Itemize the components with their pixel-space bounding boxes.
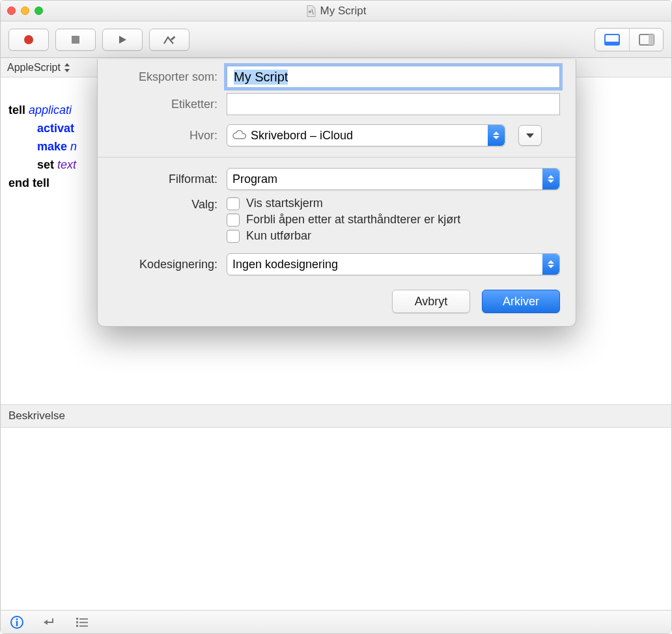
export-as-input[interactable] xyxy=(227,66,560,88)
titlebar: My Script xyxy=(1,1,671,21)
svg-rect-16 xyxy=(76,625,78,627)
bottom-bar xyxy=(1,610,671,633)
divider xyxy=(98,157,576,158)
toolbar xyxy=(1,21,671,58)
code-txt: n xyxy=(70,140,77,153)
run-only-label: Kun utførbar xyxy=(246,229,311,243)
export-as-label: Eksporter som: xyxy=(113,70,217,84)
window-title-area: My Script xyxy=(1,5,671,18)
updown-icon xyxy=(542,169,559,189)
compile-button[interactable] xyxy=(149,29,189,51)
cloud-icon xyxy=(232,130,247,141)
chevron-down-icon xyxy=(526,133,534,138)
stay-open-label: Forbli åpen etter at starthåndterer er k… xyxy=(246,213,460,227)
view-toggle-group xyxy=(595,28,664,51)
run-only-checkbox[interactable] xyxy=(227,230,240,243)
svg-rect-15 xyxy=(79,622,88,623)
svg-rect-14 xyxy=(76,621,78,623)
document-icon xyxy=(306,5,316,17)
svg-marker-3 xyxy=(119,36,126,44)
svg-marker-11 xyxy=(44,620,48,625)
fileformat-select[interactable]: Program xyxy=(227,168,560,190)
description-header: Beskrivelse xyxy=(1,404,671,428)
updown-icon xyxy=(542,254,559,275)
save-button[interactable]: Arkiver xyxy=(482,290,560,313)
cancel-button-label: Avbryt xyxy=(415,295,448,309)
where-label: Hvor: xyxy=(113,129,217,143)
description-body[interactable] xyxy=(1,428,671,610)
show-startup-checkbox[interactable] xyxy=(227,197,240,210)
svg-rect-12 xyxy=(76,618,78,620)
svg-rect-10 xyxy=(16,621,18,626)
show-startup-label: Vis startskjerm xyxy=(246,197,323,210)
where-disclosure-button[interactable] xyxy=(518,125,542,146)
svg-rect-2 xyxy=(72,36,79,44)
where-select[interactable]: Skrivebord – iCloud xyxy=(227,124,505,146)
codesign-label: Kodesignering: xyxy=(113,258,217,271)
code-cmd: activat xyxy=(37,122,74,135)
code-cmd: make xyxy=(37,140,67,153)
stop-button[interactable] xyxy=(55,29,96,51)
view-result-button[interactable] xyxy=(595,29,629,51)
save-button-label: Arkiver xyxy=(503,295,539,309)
svg-rect-17 xyxy=(79,625,88,626)
svg-point-1 xyxy=(24,35,33,44)
fileformat-label: Filformat: xyxy=(113,172,217,186)
export-dialog: Eksporter som: Etiketter: Hvor: Skrivebo… xyxy=(97,59,576,327)
codesign-select[interactable]: Ingen kodesignering xyxy=(227,253,560,275)
code-kw: set xyxy=(37,158,54,171)
code-kw: tell xyxy=(8,103,25,117)
list-icon[interactable] xyxy=(75,615,89,629)
svg-rect-13 xyxy=(79,618,88,620)
svg-point-0 xyxy=(309,10,311,13)
app-window: My Script AppleScript tell xyxy=(0,0,672,634)
description-label: Beskrivelse xyxy=(8,409,65,422)
updown-icon xyxy=(488,125,505,146)
tags-input[interactable] xyxy=(227,93,560,115)
svg-point-9 xyxy=(16,618,18,620)
svg-rect-5 xyxy=(605,42,619,45)
language-label: AppleScript xyxy=(7,62,61,74)
run-button[interactable] xyxy=(102,29,143,51)
stay-open-checkbox[interactable] xyxy=(227,214,240,227)
svg-rect-7 xyxy=(649,34,654,45)
return-icon[interactable] xyxy=(42,615,57,629)
code-prop: text xyxy=(57,158,76,171)
updown-icon xyxy=(63,63,71,72)
info-icon[interactable] xyxy=(10,615,24,629)
codesign-value: Ingen kodesignering xyxy=(232,258,338,271)
fileformat-value: Program xyxy=(232,172,277,186)
cancel-button[interactable]: Avbryt xyxy=(392,290,470,313)
record-button[interactable] xyxy=(8,29,49,51)
tags-label: Etiketter: xyxy=(113,98,217,111)
where-value: Skrivebord – iCloud xyxy=(251,129,353,143)
code-kw: end tell xyxy=(8,176,49,189)
options-label: Valg: xyxy=(113,195,217,212)
window-title: My Script xyxy=(320,5,367,18)
view-log-button[interactable] xyxy=(629,29,663,51)
code-app: applicati xyxy=(29,103,72,117)
